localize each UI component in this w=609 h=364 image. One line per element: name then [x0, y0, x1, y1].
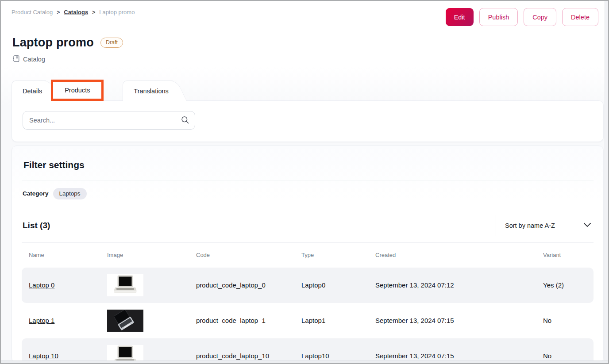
sort-dropdown[interactable]: Sort by name A-Z: [496, 215, 594, 236]
tab-translations-label: Translations: [134, 88, 168, 95]
vertical-scrollbar[interactable]: [605, 1, 608, 363]
search-input[interactable]: [23, 111, 195, 130]
entity-type-label: Catalog: [23, 56, 45, 63]
category-filter-row: Category Laptops: [22, 180, 594, 199]
page-title: Laptop promo: [12, 36, 94, 50]
horizontal-scrollbar[interactable]: [1, 360, 608, 363]
breadcrumb-current-page: Laptop promo: [99, 9, 135, 15]
action-buttons: Edit Publish Copy Delete: [446, 8, 598, 26]
product-variant-cell: No: [543, 317, 594, 324]
catalog-detail-page: Product Catalog > Catalogs > Laptop prom…: [0, 0, 609, 364]
catalog-book-icon: [12, 55, 20, 64]
tab-details[interactable]: Details: [12, 80, 46, 101]
status-badge: Draft: [100, 38, 123, 48]
tab-bar: Details Products Translations: [1, 80, 608, 100]
breadcrumb-separator: >: [57, 9, 60, 15]
table-header-row: Name Image Code Type Created Variant: [22, 243, 594, 268]
search-box: [23, 111, 195, 130]
product-variant-cell: No: [543, 352, 594, 360]
product-variant-cell: Yes (2): [543, 281, 594, 289]
title-row: Laptop promo Draft: [1, 26, 608, 50]
tab-translations[interactable]: Translations: [123, 80, 172, 101]
table-row[interactable]: Laptop 0 product_code_laptop_0 Laptop0 S…: [22, 268, 594, 303]
copy-button[interactable]: Copy: [524, 8, 556, 26]
category-filter-chip[interactable]: Laptops: [53, 188, 87, 199]
product-name-link[interactable]: Laptop 1: [29, 317, 54, 324]
active-tab-accent: [54, 82, 61, 89]
column-header-image: Image: [107, 252, 196, 258]
search-panel: [12, 100, 604, 142]
product-name-link[interactable]: Laptop 0: [29, 281, 54, 289]
column-header-code[interactable]: Code: [196, 252, 301, 258]
product-created-cell: September 13, 2024 07:15: [375, 317, 543, 324]
column-header-name[interactable]: Name: [29, 252, 107, 258]
breadcrumb-separator: >: [92, 9, 95, 15]
publish-button[interactable]: Publish: [479, 8, 518, 26]
product-created-cell: September 13, 2024 07:12: [375, 281, 543, 289]
filter-and-list-panel: Filter settings Category Laptops List (3…: [12, 146, 604, 363]
product-code-cell: product_code_laptop_0: [196, 281, 301, 289]
column-header-type[interactable]: Type: [301, 252, 375, 258]
chevron-down-icon: [583, 222, 592, 230]
list-header-row: List (3) Sort by name A-Z: [22, 199, 594, 236]
product-thumbnail-laptop-dark: [107, 310, 196, 332]
column-header-variant[interactable]: Variant: [543, 252, 594, 258]
product-type-cell: Laptop10: [301, 352, 375, 360]
product-name-link[interactable]: Laptop 10: [29, 352, 58, 360]
list-count-heading: List (3): [23, 221, 50, 230]
tab-products-wrap: Products: [51, 80, 103, 100]
search-icon[interactable]: [181, 116, 189, 126]
sort-dropdown-value: Sort by name A-Z: [505, 222, 555, 229]
breadcrumb: Product Catalog > Catalogs > Laptop prom…: [12, 8, 135, 15]
product-type-cell: Laptop1: [301, 317, 375, 324]
product-type-cell: Laptop0: [301, 281, 375, 289]
delete-button[interactable]: Delete: [562, 8, 598, 26]
tab-details-label: Details: [23, 88, 42, 95]
tab-products[interactable]: Products: [51, 80, 103, 100]
edit-button[interactable]: Edit: [446, 8, 474, 26]
breadcrumb-catalogs-link[interactable]: Catalogs: [64, 9, 88, 15]
category-filter-label: Category: [23, 190, 49, 197]
column-header-created[interactable]: Created: [375, 252, 543, 258]
product-thumbnail-laptop-front: [107, 274, 196, 296]
breadcrumb-product-catalog[interactable]: Product Catalog: [12, 9, 53, 15]
product-code-cell: product_code_laptop_1: [196, 317, 301, 324]
table-row[interactable]: Laptop 1 product_code_laptop_1 Laptop1 S…: [22, 303, 594, 338]
entity-type-row: Catalog: [1, 50, 608, 64]
product-created-cell: September 13, 2024 07:15: [375, 352, 543, 360]
product-code-cell: product_code_laptop_10: [196, 352, 301, 360]
filter-settings-heading: Filter settings: [22, 146, 594, 170]
top-bar: Product Catalog > Catalogs > Laptop prom…: [1, 1, 608, 26]
tab-products-label: Products: [65, 87, 90, 94]
table-row[interactable]: Laptop 10 product_code_laptop_10 Laptop1…: [22, 338, 594, 364]
